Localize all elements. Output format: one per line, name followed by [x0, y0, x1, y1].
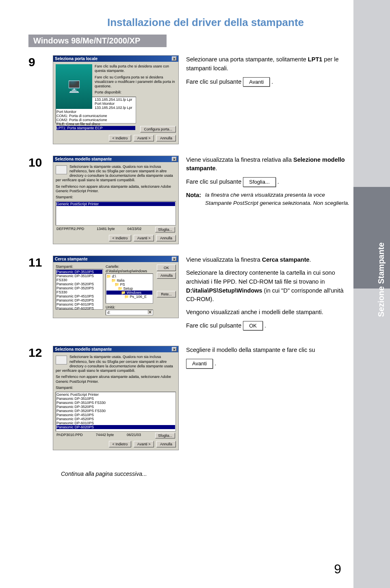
- dialog-titlebar: Seleziona modello stampante ×: [53, 346, 178, 352]
- list-item[interactable]: Panasonic DP-4510PS: [56, 413, 175, 417]
- list-item[interactable]: Panasonic DP-3520PS FS330: [56, 409, 175, 413]
- next-button[interactable]: Avanti >: [134, 135, 154, 141]
- text: Fare clic sul pulsante: [186, 322, 243, 329]
- text: Selezionare una porta stampante, solitam…: [186, 56, 308, 63]
- close-icon[interactable]: ×: [172, 157, 177, 161]
- dialog-text: Se nell'elenco non appare alcuna stampan…: [56, 375, 176, 384]
- step-instruction: Scegliere il modello della stampante e f…: [186, 346, 366, 372]
- close-icon[interactable]: ×: [172, 347, 177, 351]
- dialog-text: Se nell'elenco non appare alcuna stampan…: [56, 184, 176, 194]
- drive-dropdown[interactable]: d:: [106, 310, 153, 315]
- cancel-button[interactable]: Annulla: [156, 135, 176, 141]
- step-11: 11 Cerca stampante × Stampanti: Panasoni…: [28, 256, 366, 334]
- text: Fare clic sul pulsante: [186, 78, 243, 85]
- ok-button[interactable]: OK: [157, 265, 176, 271]
- file-size: 13481 byte: [97, 227, 115, 232]
- dialog-title: Cerca stampante: [55, 257, 88, 261]
- list-item[interactable]: Panasonic DP-3520PS: [56, 282, 102, 286]
- step-10: 10 Seleziona modello stampante × Selezio…: [28, 156, 366, 245]
- text: Vengono visualizzati anche i modelli del…: [186, 308, 350, 317]
- text-bold: D:\italia\PS\Setup\Windows: [186, 287, 262, 294]
- tree-item[interactable]: Setup: [106, 286, 152, 291]
- tree-item[interactable]: PS: [106, 282, 152, 286]
- drive-label: Unità:: [106, 305, 153, 309]
- list-item[interactable]: Panasonic DP-6020PS: [56, 306, 102, 310]
- printers-listbox[interactable]: Panasonic DP-3510PS Panasonic DP-3510PS …: [56, 269, 103, 310]
- printer-icon: [56, 356, 67, 365]
- file-name: DEFPRTR2.PPD: [56, 227, 84, 232]
- cancel-button[interactable]: Annulla: [156, 441, 176, 447]
- list-item-selected[interactable]: Generic PostScript Printer: [56, 202, 175, 206]
- back-button[interactable]: < Indietro: [109, 441, 132, 447]
- page-title: Installazione del driver della stampante: [45, 16, 366, 29]
- step-instruction: Viene visualizzata la finestra Cerca sta…: [186, 256, 366, 334]
- list-item[interactable]: Panasonic DP-4510PS: [56, 294, 102, 298]
- ok-button-ref: OK: [243, 321, 263, 331]
- close-icon[interactable]: ×: [172, 257, 177, 261]
- dialog-titlebar: Seleziona porta locale ×: [53, 56, 178, 62]
- list-item[interactable]: Panasonic DP-3520PS FS330: [56, 286, 102, 294]
- close-icon[interactable]: ×: [172, 56, 177, 61]
- tree-item[interactable]: Italia: [106, 278, 152, 282]
- dialog-text: Selezionare la stampante usata. Qualora …: [56, 355, 176, 373]
- step-instruction: Viene visualizzata la finestra relativa …: [186, 156, 366, 208]
- file-name: PADP3010.PPD: [56, 433, 83, 438]
- text-bold: LPT1: [308, 56, 322, 63]
- dialog-title: Seleziona porta locale: [55, 56, 98, 61]
- list-item[interactable]: COM2: Porta di comunicazione: [56, 118, 135, 122]
- dialog-title: Seleziona modello stampante: [55, 347, 112, 351]
- printer-icon: [56, 165, 67, 174]
- list-item[interactable]: Panasonic DP-3510PS FS330: [56, 274, 102, 282]
- list-item[interactable]: Panasonic DP-3510PS FS330: [56, 401, 175, 405]
- subtitle: Windows 98/Me/NT/2000/XP: [28, 35, 167, 47]
- folder-tree[interactable]: d:\ Italia PS Setup Windows Ps_106_E: [106, 273, 153, 304]
- text: Viene visualizzata la finestra: [186, 256, 262, 263]
- network-button[interactable]: Rete...: [157, 291, 176, 297]
- file-info-row: PADP3010.PPD 74442 byte 06/21/03 Sfoglia…: [56, 432, 176, 438]
- printers-listbox[interactable]: Generic PostScript Printer Panasonic DP-…: [56, 392, 176, 432]
- list-item[interactable]: Panasonic DP-3520PS: [56, 405, 175, 409]
- step-9: 9 Seleziona porta locale × 🖥️ Fare clic …: [28, 55, 366, 144]
- note: Nota: la finestra che verrà visualizzata…: [186, 191, 350, 208]
- folder-path: d:\italia\ps\setup\windows: [106, 269, 153, 273]
- step-instruction: Selezionare una porta stampante, solitam…: [186, 55, 366, 91]
- avanti-button-ref: Avanti: [243, 77, 270, 87]
- text: Selezionare la directory contenente la c…: [186, 269, 335, 285]
- list-item[interactable]: Panasonic DP-6010PS: [56, 302, 102, 306]
- tree-item-selected[interactable]: Windows: [106, 291, 152, 295]
- dialog-title: Seleziona modello stampante: [55, 157, 112, 161]
- list-item[interactable]: Panasonic DP-6010PS: [56, 421, 175, 425]
- cancel-button[interactable]: Annulla: [156, 235, 176, 241]
- note-text: la finestra che verrà visualizzata prese…: [205, 191, 350, 208]
- browse-button[interactable]: Sfoglia...: [155, 433, 175, 438]
- list-item[interactable]: Generic PostScript Printer: [56, 393, 175, 397]
- list-label: Stampanti:: [56, 195, 176, 200]
- note-label: Nota:: [186, 191, 201, 208]
- step-number: 11: [28, 256, 46, 269]
- list-item[interactable]: Panasonic DP-4520PS: [56, 417, 175, 421]
- list-item[interactable]: COM1: Porta di comunicazione: [56, 114, 135, 118]
- back-button[interactable]: < Indietro: [109, 135, 132, 141]
- text: Fare clic sul pulsante: [186, 178, 243, 185]
- cancel-button[interactable]: Annulla: [157, 272, 176, 279]
- browse-button[interactable]: Sfoglia...: [155, 227, 175, 232]
- file-size: 74442 byte: [96, 433, 114, 438]
- list-label: Stampanti:: [56, 386, 176, 390]
- list-item-selected[interactable]: Panasonic DP-3510PS: [56, 270, 102, 274]
- file-info-row: DEFPRTR2.PPD 13481 byte 04/23/02 Sfoglia…: [56, 226, 176, 232]
- dialog-titlebar: Seleziona modello stampante ×: [53, 156, 178, 162]
- configure-port-button[interactable]: Configura porta...: [140, 126, 176, 132]
- page-number: 9: [334, 562, 341, 577]
- next-button[interactable]: Avanti >: [134, 441, 154, 447]
- dialog-select-printer-model-2: Seleziona modello stampante × Selezionar…: [53, 346, 179, 450]
- list-item[interactable]: Panasonic DP-4520PS: [56, 298, 102, 302]
- back-button[interactable]: < Indietro: [109, 235, 132, 241]
- tree-item[interactable]: d:\: [106, 274, 152, 278]
- list-item-selected[interactable]: Panasonic DP-6020PS: [56, 425, 175, 429]
- list-item[interactable]: Panasonic DP-3510PS: [56, 397, 175, 401]
- avanti-button-ref: Avanti: [186, 359, 213, 369]
- side-tab-label: Sezione Stampante: [377, 243, 386, 317]
- printers-listbox[interactable]: Generic PostScript Printer: [56, 201, 176, 226]
- tree-item[interactable]: Ps_106_E: [106, 295, 152, 299]
- next-button[interactable]: Avanti >: [134, 235, 154, 241]
